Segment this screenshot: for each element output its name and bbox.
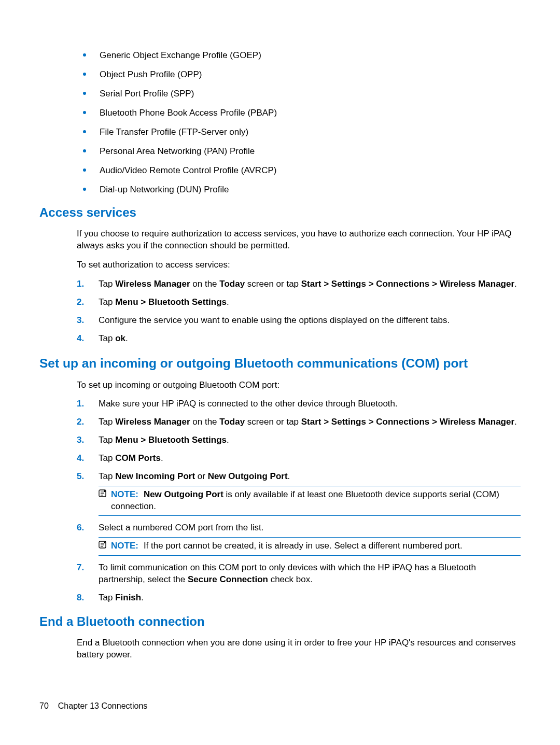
bullet-text: Object Push Profile (OPP)	[100, 69, 521, 81]
note-icon	[99, 489, 108, 501]
end-para: End a Bluetooth connection when you are …	[77, 637, 521, 661]
step-body: Tap COM Ports.	[99, 453, 521, 465]
access-lead: To set authorization to access services:	[77, 259, 521, 271]
bullet-text: Serial Port Profile (SPP)	[100, 88, 521, 100]
note-box: NOTE:If the port cannot be created, it i…	[99, 537, 521, 556]
note-container: NOTE:If the port cannot be created, it i…	[77, 537, 521, 556]
step-item: 2. Tap Menu > Bluetooth Settings.	[77, 297, 521, 308]
step-item: 1. Tap Wireless Manager on the Today scr…	[77, 278, 521, 290]
profile-bullet-list: Generic Object Exchange Profile (GOEP) O…	[80, 50, 521, 196]
access-intro: If you choose to require authorization t…	[77, 228, 521, 252]
step-item: 5. Tap New Incoming Port or New Outgoing…	[77, 471, 521, 483]
step-number: 4.	[77, 333, 99, 345]
note-icon	[99, 541, 108, 553]
step-item: 2. Tap Wireless Manager on the Today scr…	[77, 416, 521, 428]
bullet-text: Dial-up Networking (DUN) Profile	[100, 184, 521, 196]
bullet-text: Audio/Video Remote Control Profile (AVRC…	[100, 165, 521, 177]
step-body: Tap ok.	[99, 333, 521, 345]
step-item: 8. Tap Finish.	[77, 592, 521, 604]
bullet-text: Generic Object Exchange Profile (GOEP)	[100, 50, 521, 62]
page-footer: 70Chapter 13 Connections	[39, 700, 147, 712]
step-number: 5.	[77, 471, 99, 483]
step-body: Select a numbered COM port from the list…	[99, 522, 521, 534]
com-lead: To set up incoming or outgoing Bluetooth…	[77, 379, 521, 391]
step-body: Tap Menu > Bluetooth Settings.	[99, 434, 521, 446]
step-number: 3.	[77, 434, 99, 446]
step-number: 3.	[77, 315, 99, 327]
step-number: 1.	[77, 398, 99, 410]
step-body: Tap Wireless Manager on the Today screen…	[99, 278, 521, 290]
list-item: Dial-up Networking (DUN) Profile	[80, 184, 521, 196]
step-item: 6. Select a numbered COM port from the l…	[77, 522, 521, 534]
step-item: 3. Configure the service you want to ena…	[77, 315, 521, 327]
list-item: Personal Area Networking (PAN) Profile	[80, 146, 521, 158]
bullet-text: File Transfer Profile (FTP-Server only)	[100, 126, 521, 138]
bullet-icon	[83, 130, 86, 133]
bullet-icon	[83, 188, 86, 191]
list-item: Audio/Video Remote Control Profile (AVRC…	[80, 165, 521, 177]
step-item: 1. Make sure your HP iPAQ is connected t…	[77, 398, 521, 410]
step-body: Configure the service you want to enable…	[99, 315, 521, 327]
list-item: Bluetooth Phone Book Access Profile (PBA…	[80, 107, 521, 119]
bullet-icon	[83, 73, 86, 76]
step-number: 2.	[77, 297, 99, 308]
step-number: 4.	[77, 453, 99, 465]
step-body: Tap Menu > Bluetooth Settings.	[99, 297, 521, 308]
step-number: 1.	[77, 278, 99, 290]
list-item: Generic Object Exchange Profile (GOEP)	[80, 50, 521, 62]
bullet-icon	[83, 111, 86, 114]
heading-com-port: Set up an incoming or outgoing Bluetooth…	[39, 355, 521, 372]
step-item: 4. Tap ok.	[77, 333, 521, 345]
note-box: NOTE:New Outgoing Port is only available…	[99, 486, 521, 516]
heading-end-connection: End a Bluetooth connection	[39, 613, 521, 630]
bullet-icon	[83, 53, 86, 57]
list-item: File Transfer Profile (FTP-Server only)	[80, 126, 521, 138]
chapter-label: Chapter 13 Connections	[58, 701, 148, 710]
list-item: Object Push Profile (OPP)	[80, 69, 521, 81]
step-body: Tap Wireless Manager on the Today screen…	[99, 416, 521, 428]
note-label: NOTE:	[111, 489, 138, 499]
step-number: 6.	[77, 522, 99, 534]
note-text: NOTE:If the port cannot be created, it i…	[111, 540, 521, 552]
bullet-text: Personal Area Networking (PAN) Profile	[100, 146, 521, 158]
note-text: NOTE:New Outgoing Port is only available…	[111, 489, 521, 513]
step-body: Tap Finish.	[99, 592, 521, 604]
step-item: 7. To limit communication on this COM po…	[77, 562, 521, 586]
step-number: 2.	[77, 416, 99, 428]
note-label: NOTE:	[111, 541, 138, 551]
step-number: 8.	[77, 592, 99, 604]
step-number: 7.	[77, 562, 99, 586]
step-body: Tap New Incoming Port or New Outgoing Po…	[99, 471, 521, 483]
list-item: Serial Port Profile (SPP)	[80, 88, 521, 100]
bullet-icon	[83, 149, 86, 152]
com-steps: 1. Make sure your HP iPAQ is connected t…	[77, 398, 521, 603]
step-item: 3. Tap Menu > Bluetooth Settings.	[77, 434, 521, 446]
step-item: 4. Tap COM Ports.	[77, 453, 521, 465]
note-container: NOTE:New Outgoing Port is only available…	[77, 486, 521, 516]
bullet-text: Bluetooth Phone Book Access Profile (PBA…	[100, 107, 521, 119]
page-number: 70	[39, 701, 49, 710]
step-body: To limit communication on this COM port …	[99, 562, 521, 586]
bullet-icon	[83, 92, 86, 95]
bullet-icon	[83, 168, 86, 172]
access-steps: 1. Tap Wireless Manager on the Today scr…	[77, 278, 521, 345]
step-body: Make sure your HP iPAQ is connected to t…	[99, 398, 521, 410]
heading-access-services: Access services	[39, 204, 521, 221]
